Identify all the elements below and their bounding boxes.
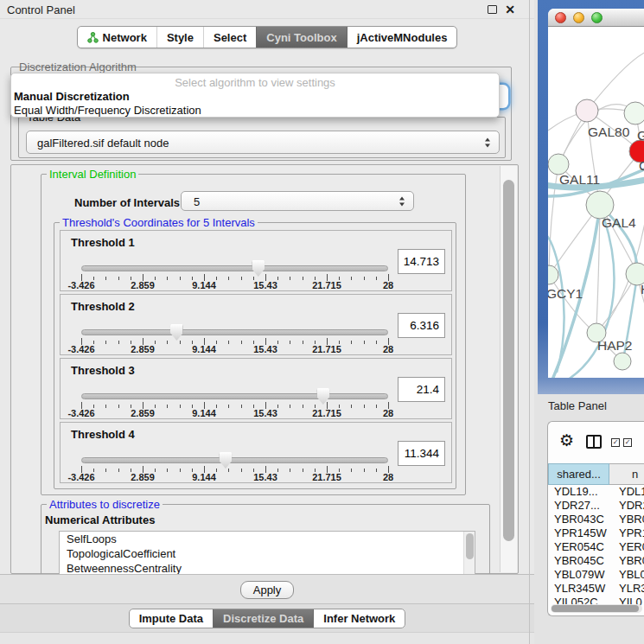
table-data-combobox[interactable]: galFiltered.sif default node (26, 131, 500, 154)
split-view-icon[interactable] (586, 435, 602, 449)
top-tab-group: NetworkStyleSelectCyni ToolboxjActiveMNo… (77, 26, 458, 48)
tab-infer-network[interactable]: Infer Network (313, 609, 405, 628)
scrollbar-thumb[interactable] (552, 605, 639, 612)
threshold-slider[interactable] (81, 329, 388, 335)
attribute-item-selfloops[interactable]: SelfLoops (60, 532, 475, 546)
tab-style[interactable]: Style (156, 27, 203, 48)
network-window-titlebar[interactable] (548, 9, 644, 27)
tick-label: 28 (383, 344, 393, 354)
cell-shared-name: YDL19... (548, 485, 609, 499)
scrollbar-thumb[interactable] (466, 533, 474, 559)
tick-label: 15.43 (253, 408, 277, 418)
number-of-intervals-label: Number of Intervals (74, 196, 180, 209)
node-label-ga: GA (637, 128, 644, 143)
threshold-slider[interactable] (81, 457, 388, 463)
network-node[interactable] (624, 102, 644, 124)
float-window-icon[interactable] (488, 5, 497, 14)
checkbox-icon[interactable]: ✓ (611, 438, 620, 447)
close-icon[interactable]: ✕ (505, 3, 515, 16)
number-of-intervals-combobox[interactable]: 5 (181, 191, 414, 211)
table-data-group: Table Data galFiltered.sif default node (18, 117, 506, 158)
control-panel: Control Panel ✕ NetworkStyleSelectCyni T… (0, 0, 534, 644)
network-window: GAL80GACGAL11GAL4GCY1HHAP2 (548, 9, 644, 378)
table-row[interactable]: YDL19...YDL1 (548, 485, 644, 499)
dropdown-option-equal-width-frequency[interactable]: Equal Width/Frequency Discretization (11, 104, 499, 118)
network-canvas[interactable]: GAL80GACGAL11GAL4GCY1HHAP2 (548, 27, 644, 378)
column-header-name[interactable]: n (609, 463, 644, 485)
slider-tick-labels: -3.4262.8599.14415.4321.71528 (81, 280, 388, 290)
tab-select[interactable]: Select (203, 27, 256, 48)
node-label-gal80: GAL80 (588, 124, 630, 139)
table-rows: YDL19...YDL1YDR27...YDR2YBR043CYBR0YPR14… (548, 485, 644, 609)
tab-jactivemnodules[interactable]: jActiveMNodules (347, 27, 457, 48)
threshold-slider[interactable] (81, 393, 388, 399)
tab-discretize-data[interactable]: Discretize Data (213, 609, 313, 628)
node-label-gal11: GAL11 (559, 172, 600, 187)
status-strip (0, 632, 534, 644)
close-traffic-light-icon[interactable] (555, 12, 566, 23)
tick-label: -3.426 (67, 408, 94, 418)
cell-shared-name: YBL079W (548, 568, 609, 582)
cell-name: YPR1 (609, 526, 644, 540)
node-label-c: C (639, 158, 644, 173)
threshold-panel: Threshold 2 -3.4262.8599.14415.4321.7152… (60, 294, 452, 355)
attribute-items: SelfLoopsTopologicalCoefficientBetweenne… (60, 532, 475, 576)
numerical-attributes-label: Numerical Attributes (45, 513, 155, 526)
attributes-list-scrollbar[interactable] (463, 532, 475, 575)
apply-button[interactable]: Apply (240, 581, 295, 599)
table-row[interactable]: YPR145WYPR1 (548, 526, 644, 540)
interval-definition-group: Interval Definition Number of Intervals … (41, 174, 466, 495)
tab-network[interactable]: Network (78, 27, 156, 48)
scrollbar-thumb[interactable] (503, 180, 514, 541)
table-row[interactable]: YDR27...YDR2 (548, 499, 644, 513)
tick-label: -3.426 (67, 344, 94, 354)
table-row[interactable]: YLR345WYLR3 (548, 582, 644, 596)
tick-label: 9.144 (192, 280, 216, 290)
threshold-value-field[interactable]: 14.713 (398, 249, 445, 274)
dropdown-option-manual-discretization[interactable]: Manual Discretization (11, 90, 499, 104)
table-row[interactable]: YBR043CYBR0 (548, 513, 644, 526)
table-horizontal-scrollbar[interactable] (551, 604, 642, 613)
threshold-value-field[interactable]: 6.316 (398, 313, 445, 338)
slider-tick-labels: -3.4262.8599.14415.4321.71528 (81, 472, 388, 482)
column-header-shared-name[interactable]: shared... (548, 463, 609, 485)
threshold-value-field[interactable]: 11.344 (398, 441, 445, 466)
threshold-panel: Threshold 3 -3.4262.8599.14415.4321.7152… (60, 358, 452, 419)
panel-title: Control Panel (7, 3, 75, 16)
network-edge-highlighted[interactable] (548, 234, 564, 373)
checkbox-icon[interactable]: ✓ (623, 438, 632, 447)
cell-shared-name: YBR045C (548, 554, 609, 568)
tab-label: Discretize Data (223, 609, 303, 628)
numerical-attributes-list[interactable]: SelfLoopsTopologicalCoefficientBetweenne… (59, 531, 475, 576)
settings-gear-icon[interactable]: ⚙ (559, 431, 574, 450)
table-toolbar: ⚙ ✓ ✓ (548, 422, 644, 463)
panel-vertical-scrollbar[interactable] (500, 166, 517, 572)
interval-definition-title: Interval Definition (47, 168, 138, 181)
network-edge[interactable] (549, 164, 558, 271)
tick-label: 15.43 (253, 344, 277, 354)
table-row[interactable]: YBR045CYBR0 (548, 554, 644, 568)
threshold-slider[interactable] (81, 265, 388, 271)
attribute-item-topologicalcoefficient[interactable]: TopologicalCoefficient (60, 546, 475, 561)
table-header-row: shared... n (548, 463, 644, 485)
thresholds-group-title: Threshold's Coordinates for 5 Intervals (60, 216, 258, 229)
bottom-tab-group: Impute DataDiscretize DataInfer Network (129, 609, 406, 628)
threshold-value-field[interactable]: 21.4 (398, 377, 445, 402)
minimize-traffic-light-icon[interactable] (573, 12, 584, 23)
tick-label: 15.43 (253, 472, 277, 482)
tab-label: Infer Network (323, 609, 395, 628)
cell-shared-name: YDR27... (548, 499, 609, 513)
table-row[interactable]: YER054CYER0 (548, 540, 644, 554)
table-panel: ⚙ ✓ ✓ shared... n YDL19...YDL1YDR27...YD… (547, 421, 644, 616)
zoom-traffic-light-icon[interactable] (591, 12, 603, 23)
network-node[interactable] (614, 353, 631, 370)
tab-cyni-toolbox[interactable]: Cyni Toolbox (256, 27, 346, 48)
network-node[interactable] (576, 99, 598, 122)
slider-tick-labels: -3.4262.8599.14415.4321.71528 (81, 344, 388, 354)
tab-impute-data[interactable]: Impute Data (130, 609, 213, 628)
network-node[interactable] (548, 265, 558, 284)
threshold-label: Threshold 4 (71, 428, 135, 441)
attributes-group: Attributes to discretize Numerical Attri… (41, 504, 490, 575)
cell-shared-name: YPR145W (548, 526, 609, 540)
table-row[interactable]: YBL079WYBL0 (548, 568, 644, 582)
